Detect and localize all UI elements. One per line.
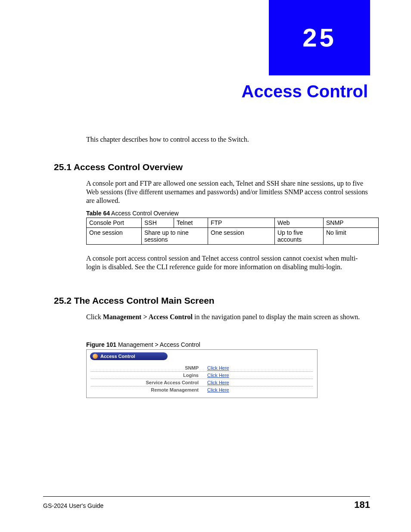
cell-web: Up to five accounts xyxy=(275,228,324,245)
figure-row-snmp: SNMP Click Here xyxy=(91,364,313,372)
figure-label: Service Access Control xyxy=(91,380,207,385)
figure-label: Remote Management xyxy=(91,387,207,392)
section-25-2-heading: 25.2 The Access Control Main Screen xyxy=(54,296,215,306)
section-25-1-paragraph-1: A console port and FTP are allowed one s… xyxy=(86,179,368,205)
panel-title: Access Control xyxy=(100,354,135,359)
section-25-1-paragraph-2: A console port access control session an… xyxy=(86,254,368,271)
cell-ftp: One session xyxy=(208,228,275,245)
panel-title-pill: Access Control xyxy=(90,352,168,360)
chapter-title: Access Control xyxy=(242,82,368,101)
figure-row-service-access-control: Service Access Control Click Here xyxy=(91,379,313,386)
cell-ssh-telnet: Share up to nine sessions xyxy=(142,228,208,245)
section-25-1-heading: 25.1 Access Control Overview xyxy=(54,162,183,172)
table-caption-text: Access Control Overview xyxy=(110,210,179,217)
col-console-port: Console Port xyxy=(87,218,142,228)
section-25-2-paragraph-1: Click Management > Access Control in the… xyxy=(86,313,368,321)
figure-row-remote-management: Remote Management Click Here xyxy=(91,386,313,393)
figure-caption-text: Management > Access Control xyxy=(116,341,200,348)
figure-label: Logins xyxy=(91,373,207,378)
col-snmp: SNMP xyxy=(324,218,379,228)
col-telnet: Telnet xyxy=(174,218,208,228)
col-web: Web xyxy=(275,218,324,228)
table-64-caption: Table 64 Access Control Overview xyxy=(86,210,179,217)
cell-snmp: No limit xyxy=(324,228,379,245)
figure-101-caption: Figure 101 Management > Access Control xyxy=(86,341,200,348)
table-caption-label: Table 64 xyxy=(86,210,110,217)
table-data-row: One session Share up to nine sessions On… xyxy=(87,228,379,245)
bullet-icon xyxy=(93,354,98,359)
click-here-link-snmp[interactable]: Click Here xyxy=(207,365,229,370)
click-here-link-service-access-control[interactable]: Click Here xyxy=(207,380,229,385)
figure-101-panel: Access Control SNMP Click Here Logins Cl… xyxy=(86,349,318,398)
chapter-intro: This chapter describes how to control ac… xyxy=(86,136,368,143)
footer-page-number: 181 xyxy=(354,499,370,510)
figure-label: SNMP xyxy=(91,365,207,370)
click-here-link-logins[interactable]: Click Here xyxy=(207,373,229,378)
table-header-row: Console Port SSH Telnet FTP Web SNMP xyxy=(87,218,379,228)
table-64: Console Port SSH Telnet FTP Web SNMP One… xyxy=(86,218,379,245)
page-footer: GS-2024 User's Guide 181 xyxy=(43,496,370,510)
footer-guide-name: GS-2024 User's Guide xyxy=(43,502,103,509)
figure-caption-label: Figure 101 xyxy=(86,341,116,348)
figure-row-logins: Logins Click Here xyxy=(91,372,313,379)
col-ssh: SSH xyxy=(142,218,174,228)
click-here-link-remote-management[interactable]: Click Here xyxy=(207,387,229,392)
cell-console-port: One session xyxy=(87,228,142,245)
chapter-number-box: 25 xyxy=(269,0,370,75)
col-ftp: FTP xyxy=(208,218,275,228)
chapter-number: 25 xyxy=(302,23,336,53)
